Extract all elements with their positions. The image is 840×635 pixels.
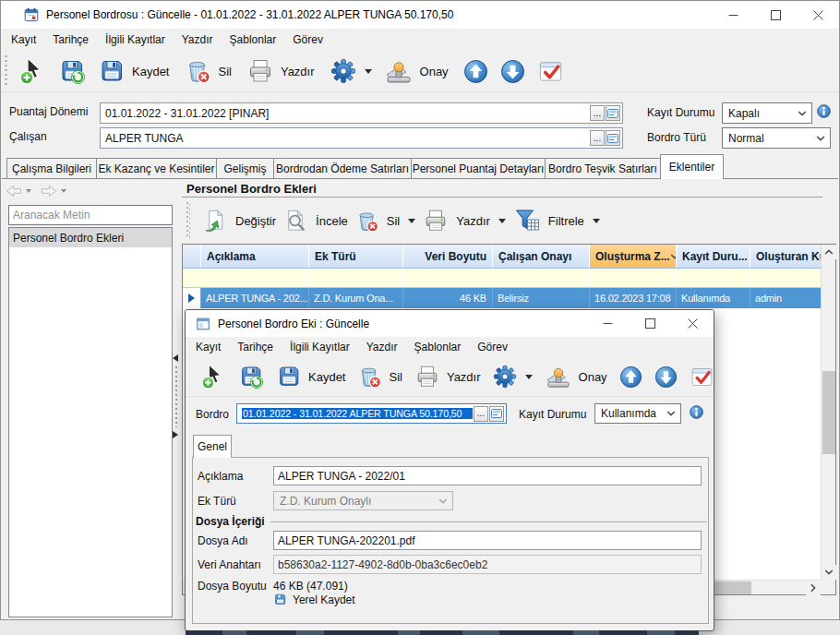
dialog-title: Personel Bordro Eki : Güncelle xyxy=(218,318,369,330)
dialog-menu-tarihce[interactable]: Tarihçe xyxy=(229,341,282,353)
tab-bordrodan-odeme[interactable]: Bordrodan Ödeme Satırları xyxy=(273,158,412,179)
veri-anahtari-label: Veri Anahtarı xyxy=(198,558,261,571)
save-refresh-button[interactable] xyxy=(58,57,86,85)
dialog-approve-button[interactable]: Onay xyxy=(545,364,607,389)
next-record-button[interactable] xyxy=(500,59,525,84)
inspect-attachment-button[interactable]: İncele xyxy=(283,209,348,234)
dialog-window: Personel Bordro Eki : Güncelle Kayıt Tar… xyxy=(185,309,714,631)
search-input[interactable] xyxy=(8,205,173,225)
puantaj-ellipsis-button[interactable]: ... xyxy=(590,105,605,121)
bordro-ellipsis-button[interactable]: ... xyxy=(474,406,488,422)
menu-gorev[interactable]: Görev xyxy=(284,33,331,46)
edit-attachment-button[interactable]: Değiştir xyxy=(203,209,276,234)
print-button[interactable]: Yazdır xyxy=(246,57,315,85)
tab-personel-puantaj[interactable]: Personel Puantaj Detayları xyxy=(411,158,546,179)
tab-bordro-tesvik[interactable]: Bordro Teşvik Satırları xyxy=(545,158,661,179)
grid-header-ek-turu[interactable]: Ek Türü xyxy=(309,245,403,268)
dialog-previous-button[interactable] xyxy=(619,365,642,389)
nav-forward-caret[interactable] xyxy=(61,189,66,193)
dialog-menu-yazdir[interactable]: Yazdır xyxy=(358,341,406,353)
nav-forward-button[interactable] xyxy=(41,185,57,198)
splitter-collapse-icon[interactable] xyxy=(173,354,178,362)
scroll-down-button[interactable] xyxy=(822,565,836,580)
dosya-adi-input[interactable]: ALPER TUNGA-202201.pdf xyxy=(273,531,702,550)
grid-header-olusturma-zamani[interactable]: Oluşturma Z... xyxy=(590,245,677,268)
dialog-settings-button[interactable] xyxy=(493,365,533,389)
print-attachment-button[interactable]: Yazdır xyxy=(423,208,506,234)
grid-header-calisan-onayi[interactable]: Çalışan Onayı xyxy=(493,245,590,268)
main-toolbar: Kaydet Sil Yazdır Onay xyxy=(1,51,839,92)
yerel-kaydet-button[interactable]: Yerel Kaydet xyxy=(273,593,355,606)
dialog-print-button[interactable]: Yazdır xyxy=(414,364,481,389)
dialog-menu-ilgili-kayitlar[interactable]: İlgili Kayıtlar xyxy=(282,341,358,353)
dialog-maximize-button[interactable] xyxy=(629,310,671,337)
dialog-next-button[interactable] xyxy=(654,365,678,389)
nav-back-button[interactable] xyxy=(6,185,22,198)
puantaj-donemi-input[interactable]: 01.01.2022 - 31.01.2022 [PINAR] ... xyxy=(100,102,623,124)
splitter-expand-icon[interactable] xyxy=(173,431,178,438)
filter-button[interactable]: Filtrele xyxy=(513,207,600,234)
menu-tarihce[interactable]: Tarihçe xyxy=(44,33,97,46)
minimize-button[interactable] xyxy=(712,1,754,29)
dialog-menu-sablonlar[interactable]: Şablonlar xyxy=(406,341,470,353)
grid-header-kayit-durumu[interactable]: Kayıt Duru... xyxy=(677,245,750,268)
dialog-new-button[interactable] xyxy=(200,364,226,389)
delete-button[interactable]: Sil xyxy=(185,57,231,85)
menu-yazdir[interactable]: Yazdır xyxy=(174,33,222,46)
tab-eklentiler[interactable]: Eklentiler xyxy=(660,154,724,179)
kayit-durumu-combo[interactable]: Kapalı xyxy=(722,102,812,124)
dialog-info-icon[interactable] xyxy=(690,405,703,419)
maximize-button[interactable] xyxy=(754,1,797,29)
splitter-handle[interactable] xyxy=(175,366,177,427)
dialog-close-button[interactable] xyxy=(671,310,714,337)
bordro-lookup-button[interactable] xyxy=(489,406,504,422)
dialog-save-refresh-button[interactable] xyxy=(238,364,264,389)
list-item-personel-bordro-ekleri[interactable]: Personel Bordro Ekleri xyxy=(9,228,172,247)
menu-kayit[interactable]: Kayıt xyxy=(3,33,44,46)
attachments-toolbar-handle[interactable] xyxy=(186,202,190,239)
scroll-right-button[interactable] xyxy=(806,581,821,595)
calisan-ellipsis-button[interactable]: ... xyxy=(590,130,605,146)
dialog-minimize-button[interactable] xyxy=(586,310,629,337)
vertical-scroll-thumb[interactable] xyxy=(822,371,835,454)
new-button[interactable] xyxy=(18,57,46,85)
dialog-complete-button[interactable] xyxy=(690,365,714,389)
settings-button[interactable] xyxy=(330,58,372,84)
aciklama-input[interactable]: ALPER TUNGA - 2022/01 xyxy=(273,466,702,485)
menu-sablonlar[interactable]: Şablonlar xyxy=(222,33,285,46)
approve-button[interactable]: Onay xyxy=(384,57,449,85)
grid-row-selected[interactable]: ALPER TUNGA - 202... Z.D. Kurum Ona... 4… xyxy=(183,288,821,308)
tab-gelismis[interactable]: Gelişmiş xyxy=(216,158,274,179)
calisan-input[interactable]: ALPER TUNGA ... xyxy=(100,127,623,149)
grid-header-veri-boyutu[interactable]: Veri Boyutu xyxy=(403,245,493,268)
grid-header-olusturan[interactable]: Oluşturan Ku xyxy=(750,245,821,268)
nav-back-caret[interactable] xyxy=(26,189,31,193)
kayit-durumu-info-icon[interactable] xyxy=(817,104,831,118)
dialog-menu-kayit[interactable]: Kayıt xyxy=(187,341,229,353)
approve-stamp-icon xyxy=(384,57,414,85)
calisan-lookup-button[interactable] xyxy=(606,130,620,146)
vertical-scrollbar[interactable] xyxy=(821,245,835,580)
complete-button[interactable] xyxy=(537,58,564,85)
save-button[interactable]: Kaydet xyxy=(98,57,169,85)
dialog-menu-gorev[interactable]: Görev xyxy=(469,341,516,353)
menu-ilgili-kayitlar[interactable]: İlgili Kayıtlar xyxy=(97,33,174,46)
scroll-up-button[interactable] xyxy=(822,245,836,259)
dialog-delete-button[interactable]: Sil xyxy=(357,364,402,389)
bordro-input[interactable]: 01.01.2022 - 31.01.2022 ALPER TUNGA 50.1… xyxy=(236,403,507,424)
puantaj-lookup-button[interactable] xyxy=(606,105,620,121)
bordro-turu-combo[interactable]: Normal xyxy=(722,127,831,149)
toolbar-drag-handle[interactable] xyxy=(5,55,7,87)
previous-record-button[interactable] xyxy=(463,59,488,84)
tab-calisma-bilgileri[interactable]: Çalışma Bilgileri xyxy=(6,158,97,179)
tab-genel[interactable]: Genel xyxy=(193,435,232,458)
delete-attachment-button[interactable]: Sil xyxy=(355,209,415,234)
attachments-toolbar: Değiştir İncele Sil Yazdır Filtrele xyxy=(182,198,830,243)
dialog-save-button[interactable]: Kaydet xyxy=(276,364,345,389)
dialog-kayit-durumu-combo[interactable]: Kullanımda xyxy=(594,403,681,424)
tab-ek-kazanc[interactable]: Ek Kazanç ve Kesintiler xyxy=(96,158,217,179)
veri-anahtari-input[interactable]: b58630a2-1127-4902-8d0b-0ba3c6ec0eb2 xyxy=(273,555,702,574)
close-button[interactable] xyxy=(797,1,839,29)
print-icon xyxy=(414,364,440,389)
grid-header-aciklama[interactable]: Açıklama xyxy=(201,245,309,268)
